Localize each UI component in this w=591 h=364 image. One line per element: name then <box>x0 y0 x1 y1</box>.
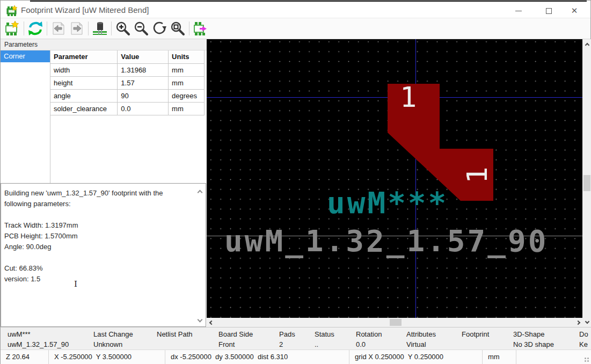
previous-page-button[interactable] <box>49 20 68 37</box>
message-line: Building new 'uwm_1.32_1.57_90' footprin… <box>4 188 206 199</box>
next-page-button[interactable] <box>68 20 86 37</box>
status-field-attributes: Attributes Virtual <box>406 327 462 350</box>
status-field-last-change: Last Change Unknown <box>93 327 157 350</box>
toolbar-separator <box>111 21 112 35</box>
pcb-canvas[interactable]: 1 1 uwM*** uwM_1.32_1.57_90 <box>207 39 582 318</box>
main-toolbar <box>1 18 590 39</box>
status-value: No 3D shape <box>513 339 579 350</box>
maximize-button[interactable] <box>537 4 560 18</box>
status-label: Status <box>315 329 356 339</box>
parameters-tab[interactable]: Parameters <box>1 39 207 50</box>
refresh-icon <box>27 20 43 37</box>
table-row[interactable]: height 1.57 mm <box>50 76 205 89</box>
message-line: PCB Height: 1.5700mm <box>4 231 206 242</box>
scroll-down-button[interactable] <box>582 317 591 326</box>
horizontal-scrollbar[interactable] <box>207 318 582 327</box>
param-name-cell[interactable]: angle <box>50 89 118 102</box>
footprint-reference-text: uwM*** <box>327 188 448 218</box>
toolbar-separator <box>24 21 24 35</box>
pad-settings-button[interactable] <box>91 20 109 37</box>
message-line: Angle: 90.0deg <box>4 242 206 252</box>
column-header: Parameter <box>50 50 118 63</box>
status-value: .. <box>315 339 356 350</box>
message-line <box>4 252 206 263</box>
footprint-shape <box>207 39 582 318</box>
relative-position: dx -5.250000 dy 3.500000 dist 6.310 <box>165 350 349 364</box>
page-list[interactable]: Corner <box>1 50 50 183</box>
coords-bar-spacer <box>516 350 591 364</box>
window-title: Footprint Wizard [uW Mitered Bend] <box>21 5 149 14</box>
footprint-wizard-window: Footprint Wizard [uW Mitered Bend] ✕ <box>0 0 591 364</box>
param-value-cell[interactable]: 0.0 <box>118 102 169 115</box>
table-row[interactable]: angle 90 degrees <box>50 89 205 102</box>
status-bar: uwM*** uwM_1.32_1.57_90 Last Change Unkn… <box>1 327 591 350</box>
status-label: Board Side <box>218 329 279 339</box>
column-header: Value <box>118 50 169 63</box>
status-value: Virtual <box>406 339 462 350</box>
page-item-corner[interactable]: Corner <box>1 50 50 62</box>
zoom-level: Z 20.64 <box>1 350 48 364</box>
coordinates-bar: Z 20.64 X -5.250000 Y 3.500000 dx -5.250… <box>1 350 591 364</box>
chevron-right-icon <box>575 320 580 324</box>
message-line: Cut: 66.83% <box>4 263 206 274</box>
status-value: uwM*** <box>8 329 93 339</box>
scroll-up-button[interactable] <box>582 40 591 49</box>
chevron-up-icon <box>198 190 203 195</box>
select-wizard-icon <box>4 20 20 37</box>
status-field-status: Status .. <box>315 327 356 350</box>
toolbar-separator <box>88 21 89 35</box>
table-row[interactable]: width 1.31968 mm <box>50 63 205 76</box>
param-name-cell[interactable]: height <box>50 76 118 89</box>
message-line: Track Width: 1.3197mm <box>4 220 206 231</box>
close-button[interactable]: ✕ <box>563 4 586 18</box>
message-line: following parameters: <box>4 199 206 209</box>
status-field-3d-shape: 3D-Shape No 3D shape <box>513 327 579 350</box>
column-header: Units <box>169 50 205 63</box>
message-line <box>4 209 206 220</box>
scroll-left-button[interactable] <box>207 318 216 327</box>
text-cursor: I <box>74 279 77 289</box>
parameters-body: Corner Parameter Value Units width 1.319… <box>1 50 207 183</box>
chevron-down-icon <box>585 319 589 323</box>
status-label: Footprint <box>462 329 513 339</box>
minimize-button[interactable] <box>507 4 530 18</box>
param-value-cell[interactable]: 1.31968 <box>118 63 169 76</box>
zoom-fit-button[interactable] <box>169 20 187 37</box>
vertical-scroll-thumb[interactable] <box>583 175 590 191</box>
param-name-cell[interactable]: solder_clearance <box>50 102 118 115</box>
vertical-scrollbar[interactable] <box>582 39 591 327</box>
param-name-cell[interactable]: width <box>50 63 118 76</box>
message-line: version: 1.5 <box>4 274 206 285</box>
scroll-down-icon[interactable] <box>198 315 202 323</box>
resize-grip[interactable] <box>583 356 590 363</box>
zoom-in-button[interactable] <box>114 20 132 37</box>
param-value-cell[interactable]: 1.57 <box>118 76 169 89</box>
status-label: Attributes <box>406 329 462 339</box>
export-footprint-icon <box>193 20 209 37</box>
title-bar[interactable]: Footprint Wizard [uW Mitered Bend] ✕ <box>1 2 590 18</box>
grid-setting: grid X 0.250000 Y 0.250000 <box>349 350 482 364</box>
arrow-right-icon <box>69 20 85 37</box>
scroll-up-icon[interactable] <box>198 188 202 196</box>
export-footprint-button[interactable] <box>192 20 210 37</box>
table-row[interactable]: solder_clearance 0.0 mm <box>50 102 205 115</box>
horizontal-scroll-thumb[interactable] <box>390 319 402 326</box>
param-units-cell: mm <box>169 102 205 115</box>
redraw-icon <box>151 20 167 37</box>
chevron-left-icon <box>209 320 213 324</box>
scroll-right-button[interactable] <box>573 318 582 327</box>
refresh-button[interactable] <box>26 20 45 37</box>
toolbar-separator <box>47 21 47 35</box>
status-field-doc: Do Ke <box>579 327 591 350</box>
table-header-row: Parameter Value Units <box>50 50 205 63</box>
redraw-button[interactable] <box>150 20 169 37</box>
select-wizard-button[interactable] <box>3 20 21 37</box>
param-value-cell[interactable]: 90 <box>118 89 169 102</box>
message-panel[interactable]: Building new 'uwm_1.32_1.57_90' footprin… <box>1 183 206 327</box>
chevron-up-icon <box>585 42 589 47</box>
status-field-footprint: Footprint <box>462 327 513 350</box>
zoom-fit-icon <box>170 20 186 37</box>
parameters-panel: Parameters Corner Parameter Value Units … <box>1 39 207 327</box>
status-field-pads: Pads 2 <box>279 327 315 350</box>
zoom-out-button[interactable] <box>132 20 150 37</box>
